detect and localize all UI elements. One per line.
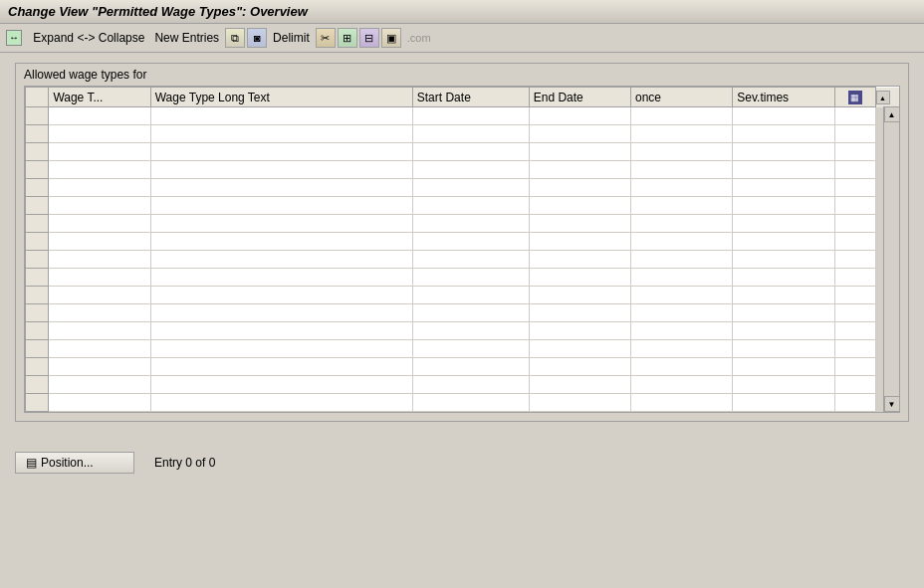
row-selector-cell[interactable] bbox=[26, 394, 49, 412]
cell-once[interactable] bbox=[631, 125, 733, 143]
scroll-up-header[interactable]: ▲ bbox=[876, 91, 890, 104]
ref-icon-btn[interactable]: ⊟ bbox=[359, 28, 379, 48]
cell-start_date[interactable] bbox=[412, 251, 529, 269]
cell-start_date[interactable] bbox=[412, 215, 529, 233]
cell-end_date[interactable] bbox=[529, 215, 630, 233]
cell-long_text[interactable] bbox=[150, 394, 412, 412]
table-row[interactable] bbox=[26, 340, 899, 358]
cell-sev_times[interactable] bbox=[733, 125, 834, 143]
cell-wage_type[interactable] bbox=[49, 340, 150, 358]
cell-start_date[interactable] bbox=[412, 197, 529, 215]
cell-long_text[interactable] bbox=[150, 322, 412, 340]
cell-sev_times[interactable] bbox=[733, 304, 834, 322]
cell-start_date[interactable] bbox=[412, 179, 529, 197]
cell-sev_times[interactable] bbox=[733, 269, 834, 287]
scroll-up-btn[interactable]: ▲ bbox=[884, 106, 900, 122]
row-selector-cell[interactable] bbox=[26, 322, 49, 340]
cell-start_date[interactable] bbox=[412, 287, 529, 304]
cell-start_date[interactable] bbox=[412, 394, 529, 412]
cell-long_text[interactable] bbox=[150, 251, 412, 269]
grid-settings-icon[interactable]: ▦ bbox=[848, 91, 862, 104]
cell-wage_type[interactable] bbox=[49, 251, 150, 269]
cell-long_text[interactable] bbox=[150, 179, 412, 197]
table-row[interactable] bbox=[26, 125, 899, 143]
table-row[interactable] bbox=[26, 322, 899, 340]
cell-wage_type[interactable] bbox=[49, 287, 150, 304]
cell-wage_type[interactable] bbox=[49, 233, 150, 251]
row-selector-cell[interactable] bbox=[26, 269, 49, 287]
table-row[interactable] bbox=[26, 197, 899, 215]
cell-sev_times[interactable] bbox=[733, 107, 834, 125]
cell-sev_times[interactable] bbox=[733, 143, 834, 161]
cell-end_date[interactable] bbox=[529, 125, 630, 143]
cell-once[interactable] bbox=[631, 287, 733, 304]
row-selector-cell[interactable] bbox=[26, 340, 49, 358]
row-selector-cell[interactable] bbox=[26, 233, 49, 251]
copy-icon-btn[interactable]: ⧉ bbox=[225, 28, 245, 48]
cell-sev_times[interactable] bbox=[733, 287, 834, 304]
cell-start_date[interactable] bbox=[412, 125, 529, 143]
cell-sev_times[interactable] bbox=[733, 322, 834, 340]
cell-end_date[interactable] bbox=[529, 340, 630, 358]
cell-once[interactable] bbox=[631, 107, 733, 125]
cell-once[interactable] bbox=[631, 179, 733, 197]
cell-long_text[interactable] bbox=[150, 215, 412, 233]
cell-once[interactable] bbox=[631, 304, 733, 322]
cell-start_date[interactable] bbox=[412, 340, 529, 358]
cell-end_date[interactable] bbox=[529, 394, 630, 412]
cell-long_text[interactable] bbox=[150, 358, 412, 376]
cell-long_text[interactable] bbox=[150, 161, 412, 179]
table-row[interactable] bbox=[26, 376, 899, 394]
row-selector-cell[interactable] bbox=[26, 125, 49, 143]
cell-sev_times[interactable] bbox=[733, 358, 834, 376]
table-row[interactable] bbox=[26, 269, 899, 287]
col-icon-header[interactable]: ▦ bbox=[834, 88, 875, 107]
cell-once[interactable] bbox=[631, 322, 733, 340]
cell-long_text[interactable] bbox=[150, 304, 412, 322]
cell-long_text[interactable] bbox=[150, 143, 412, 161]
cell-start_date[interactable] bbox=[412, 107, 529, 125]
cell-wage_type[interactable] bbox=[49, 322, 150, 340]
cell-end_date[interactable] bbox=[529, 269, 630, 287]
cell-wage_type[interactable] bbox=[49, 161, 150, 179]
table-row[interactable] bbox=[26, 233, 899, 251]
cell-once[interactable] bbox=[631, 269, 733, 287]
delimit-button[interactable]: Delimit bbox=[269, 29, 314, 47]
cell-sev_times[interactable] bbox=[733, 251, 834, 269]
cell-sev_times[interactable] bbox=[733, 197, 834, 215]
table-row[interactable] bbox=[26, 143, 899, 161]
cell-end_date[interactable] bbox=[529, 251, 630, 269]
row-selector-cell[interactable] bbox=[26, 179, 49, 197]
find-icon-btn[interactable]: ⊞ bbox=[338, 28, 357, 48]
table-row[interactable] bbox=[26, 287, 899, 304]
cell-once[interactable] bbox=[631, 215, 733, 233]
cell-long_text[interactable] bbox=[150, 107, 412, 125]
cell-end_date[interactable] bbox=[529, 376, 630, 394]
delimit-icon-btn[interactable]: ✂ bbox=[316, 28, 336, 48]
row-selector-cell[interactable] bbox=[26, 287, 49, 304]
cell-sev_times[interactable] bbox=[733, 179, 834, 197]
row-selector-cell[interactable] bbox=[26, 161, 49, 179]
cell-start_date[interactable] bbox=[412, 358, 529, 376]
cell-wage_type[interactable] bbox=[49, 215, 150, 233]
cell-once[interactable] bbox=[631, 197, 733, 215]
cell-sev_times[interactable] bbox=[733, 215, 834, 233]
cell-wage_type[interactable] bbox=[49, 304, 150, 322]
save-icon-btn[interactable]: ◙ bbox=[247, 28, 267, 48]
cell-end_date[interactable] bbox=[529, 358, 630, 376]
cell-end_date[interactable] bbox=[529, 197, 630, 215]
table-row[interactable] bbox=[26, 179, 899, 197]
cell-once[interactable] bbox=[631, 376, 733, 394]
cell-once[interactable] bbox=[631, 143, 733, 161]
expand-collapse-button[interactable]: Expand <-> Collapse bbox=[29, 29, 148, 47]
cell-start_date[interactable] bbox=[412, 376, 529, 394]
position-button[interactable]: ▤ Position... bbox=[15, 452, 134, 474]
cell-start_date[interactable] bbox=[412, 322, 529, 340]
cell-wage_type[interactable] bbox=[49, 143, 150, 161]
table-row[interactable] bbox=[26, 304, 899, 322]
cell-once[interactable] bbox=[631, 233, 733, 251]
row-selector-cell[interactable] bbox=[26, 143, 49, 161]
cell-start_date[interactable] bbox=[412, 269, 529, 287]
table-row[interactable] bbox=[26, 251, 899, 269]
cell-long_text[interactable] bbox=[150, 125, 412, 143]
